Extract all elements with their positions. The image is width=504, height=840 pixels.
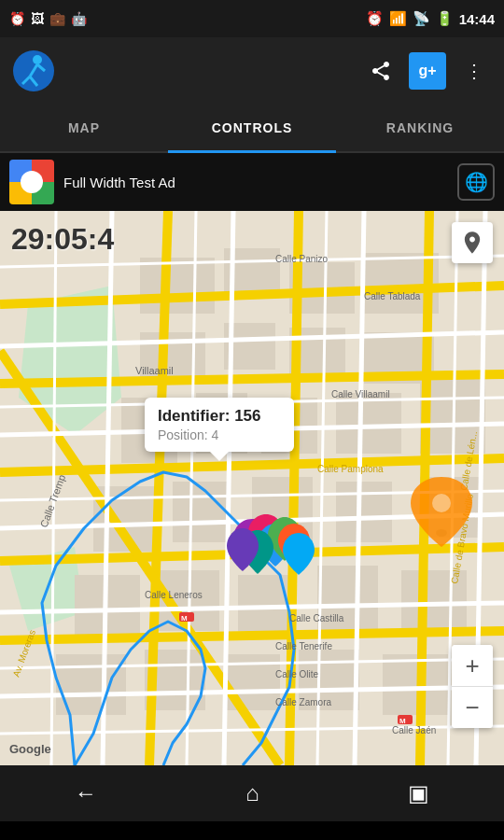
google-logo: Google	[9, 742, 51, 756]
location-button[interactable]	[452, 222, 493, 263]
status-right-icons: ⏰ 📶 📡 🔋 14:44	[366, 10, 495, 27]
ad-text: Full Width Test Ad	[63, 175, 448, 190]
svg-text:Calle Leneros: Calle Leneros	[145, 590, 203, 600]
tab-bar: MAP CONTROLS RANKING	[0, 105, 504, 153]
tab-map[interactable]: MAP	[0, 105, 168, 151]
nav-bar: ← ⌂ ▣	[0, 765, 504, 821]
alarm-status-icon: ⏰	[366, 10, 384, 27]
svg-text:Calle Tenerife: Calle Tenerife	[275, 641, 332, 651]
ad-logo	[9, 160, 54, 204]
battery-icon: 🔋	[436, 10, 454, 27]
svg-text:Calle Castilla: Calle Castilla	[289, 613, 344, 623]
svg-text:Calle Pamplona: Calle Pamplona	[317, 464, 384, 474]
svg-rect-36	[383, 654, 448, 715]
wifi-icon: 📶	[389, 10, 407, 27]
app-logo	[11, 49, 56, 93]
svg-text:Calle Tablada: Calle Tablada	[364, 291, 421, 301]
svg-point-85	[432, 494, 451, 512]
svg-rect-23	[173, 482, 229, 542]
home-button[interactable]: ⌂	[245, 780, 259, 806]
bag-icon: 💼	[49, 11, 65, 26]
tab-controls[interactable]: CONTROLS	[168, 105, 336, 151]
svg-text:Villaamil: Villaamil	[135, 365, 174, 376]
zoom-controls: + −	[452, 645, 493, 728]
ad-logo-grid	[9, 160, 54, 204]
android-icon: 🤖	[71, 11, 87, 26]
more-options-button[interactable]: ⋮	[455, 52, 493, 90]
svg-rect-25	[336, 482, 392, 542]
timer-display: 29:05:4	[11, 222, 114, 257]
time-display: 14:44	[459, 11, 495, 27]
svg-point-1	[33, 55, 42, 64]
recent-apps-button[interactable]: ▣	[408, 780, 429, 806]
alarm-icon: ⏰	[9, 11, 25, 26]
map-container: Calle Tremp Bellas Vistas Av. Moreras Ca…	[0, 211, 504, 765]
image-icon: 🖼	[31, 11, 44, 26]
zoom-in-button[interactable]: +	[452, 645, 493, 686]
tab-ranking[interactable]: RANKING	[336, 105, 504, 151]
app-bar: g+ ⋮	[0, 37, 504, 105]
ad-banner: Full Width Test Ad 🌐	[0, 153, 504, 211]
ad-globe-button[interactable]: 🌐	[457, 163, 495, 201]
back-button[interactable]: ←	[75, 780, 97, 806]
zoom-out-button[interactable]: −	[452, 687, 493, 728]
share-button[interactable]	[362, 52, 399, 90]
status-icons-left: ⏰ 🖼 💼 🤖	[9, 11, 87, 26]
svg-text:Calle Jaén: Calle Jaén	[392, 725, 436, 735]
svg-text:M: M	[399, 717, 406, 725]
info-popup: Identifier: 156 Position: 4	[145, 398, 294, 452]
google-plus-button[interactable]: g+	[409, 52, 446, 90]
status-bar: ⏰ 🖼 💼 🤖 ⏰ 📶 📡 🔋 14:44	[0, 0, 504, 37]
svg-text:Calle Villaamil: Calle Villaamil	[331, 389, 390, 399]
svg-text:Calle Olite: Calle Olite	[275, 669, 319, 679]
popup-identifier: Identifier: 156	[158, 407, 277, 426]
svg-text:Calle Zamora: Calle Zamora	[275, 697, 331, 707]
svg-rect-9	[140, 258, 215, 314]
popup-position: Position: 4	[158, 427, 277, 442]
svg-text:M: M	[181, 614, 188, 623]
signal-icon: 📡	[413, 10, 430, 27]
map-svg: Calle Tremp Bellas Vistas Av. Moreras Ca…	[0, 211, 504, 765]
svg-text:Calle Panizo: Calle Panizo	[275, 254, 329, 264]
svg-rect-20	[336, 393, 401, 454]
